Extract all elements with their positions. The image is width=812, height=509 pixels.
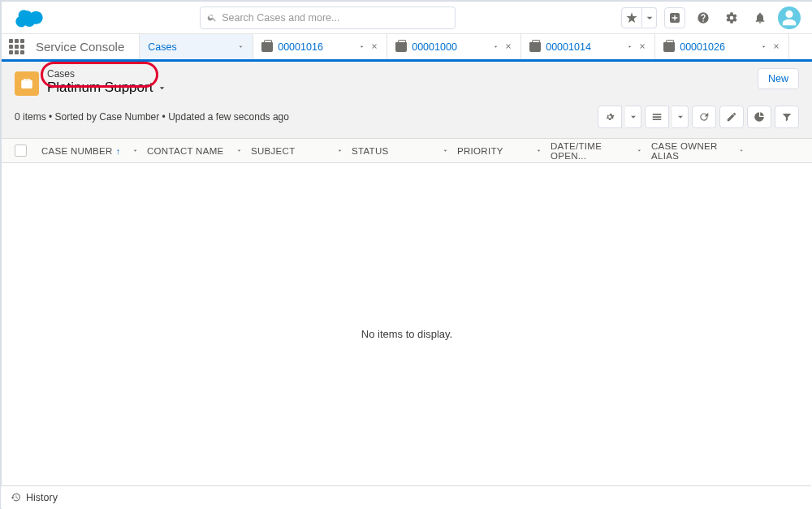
tab-label: 00001014	[546, 41, 591, 53]
chevron-down-icon[interactable]	[760, 43, 767, 50]
case-icon	[663, 42, 675, 52]
chevron-down-icon[interactable]	[492, 43, 499, 50]
new-button[interactable]: New	[758, 68, 799, 89]
column-menu-icon[interactable]	[132, 147, 139, 154]
list-view-settings-dropdown[interactable]	[625, 106, 641, 128]
chevron-down-icon[interactable]	[358, 43, 365, 50]
list-view-name: Platinum Support	[47, 80, 153, 96]
filter-button[interactable]	[775, 106, 799, 128]
chevron-down-icon[interactable]	[237, 43, 244, 50]
favorites-dropdown[interactable]	[642, 7, 657, 28]
global-search[interactable]	[200, 6, 456, 29]
refresh-button[interactable]	[692, 106, 716, 128]
nav-tab-record-1[interactable]: 00001000	[387, 34, 521, 59]
global-search-input[interactable]	[222, 12, 448, 24]
inline-edit-button[interactable]	[719, 106, 744, 128]
col-datetime-opened[interactable]: DATE/TIME OPEN...	[551, 141, 636, 161]
object-breadcrumb: Cases	[47, 68, 166, 80]
sort-asc-icon: ↑	[116, 146, 121, 156]
tab-label: 00001016	[278, 41, 323, 53]
chart-button[interactable]	[747, 106, 771, 128]
case-icon	[529, 42, 541, 52]
list-view-picker[interactable]: Platinum Support	[47, 80, 166, 96]
close-icon[interactable]	[638, 42, 646, 50]
col-subject[interactable]: SUBJECT	[251, 146, 296, 156]
salesforce-logo[interactable]	[13, 6, 45, 29]
global-add-button[interactable]	[664, 7, 685, 28]
favorites-button[interactable]	[621, 7, 642, 28]
list-view-controls	[594, 106, 799, 128]
col-contact-name[interactable]: CONTACT NAME	[147, 146, 224, 156]
app-name: Service Console	[31, 34, 140, 59]
triangle-down-icon	[158, 84, 166, 93]
help-button[interactable]	[693, 7, 714, 28]
list-view-settings-button[interactable]	[598, 106, 622, 128]
col-status[interactable]: STATUS	[352, 146, 388, 156]
column-menu-icon[interactable]	[336, 147, 343, 154]
app-launcher-icon[interactable]	[2, 34, 31, 59]
column-menu-icon[interactable]	[235, 147, 243, 154]
history-icon	[11, 492, 21, 503]
app-nav-bar: Service Console Cases 00001016 00001000 …	[2, 34, 812, 62]
tab-label: 00001000	[412, 41, 457, 53]
notifications-button[interactable]	[749, 7, 771, 28]
case-icon	[395, 42, 407, 52]
nav-tab-label: Cases	[148, 41, 176, 53]
empty-state-text: No items to display.	[361, 328, 452, 340]
nav-tab-record-0[interactable]: 00001016	[253, 34, 387, 59]
global-header	[2, 2, 812, 34]
column-menu-icon[interactable]	[738, 147, 745, 154]
col-case-number[interactable]: CASE NUMBER ↑	[41, 146, 120, 156]
chevron-down-icon[interactable]	[626, 43, 633, 50]
case-object-icon	[15, 71, 39, 96]
table-body-empty: No items to display.	[2, 163, 812, 504]
utility-bar: History	[1, 485, 811, 508]
utility-history-label[interactable]: History	[26, 492, 58, 503]
display-as-button[interactable]	[645, 106, 669, 128]
col-priority[interactable]: PRIORITY	[457, 146, 503, 156]
column-menu-icon[interactable]	[442, 147, 449, 154]
user-avatar[interactable]	[778, 6, 801, 29]
table-header-row: CASE NUMBER ↑ CONTACT NAME SUBJECT STATU…	[2, 139, 812, 163]
search-icon	[207, 12, 217, 23]
close-icon[interactable]	[504, 42, 512, 50]
display-as-dropdown[interactable]	[672, 106, 689, 128]
select-all-checkbox[interactable]	[15, 145, 27, 157]
column-menu-icon[interactable]	[636, 147, 643, 154]
tab-label: 00001026	[680, 41, 725, 53]
close-icon[interactable]	[772, 42, 780, 50]
list-view-meta: 0 items • Sorted by Case Number • Update…	[15, 111, 289, 123]
case-icon	[261, 42, 273, 52]
close-icon[interactable]	[370, 42, 378, 50]
nav-tab-record-2[interactable]: 00001014	[521, 34, 655, 59]
nav-tab-record-3[interactable]: 00001026	[655, 34, 789, 59]
global-header-actions	[621, 6, 801, 29]
list-view-header: Cases Platinum Support New 0 items • Sor…	[2, 62, 812, 139]
nav-tab-cases[interactable]: Cases	[140, 34, 253, 59]
setup-gear-button[interactable]	[721, 7, 742, 28]
col-case-owner-alias[interactable]: CASE OWNER ALIAS	[651, 141, 738, 161]
column-menu-icon[interactable]	[535, 147, 542, 154]
